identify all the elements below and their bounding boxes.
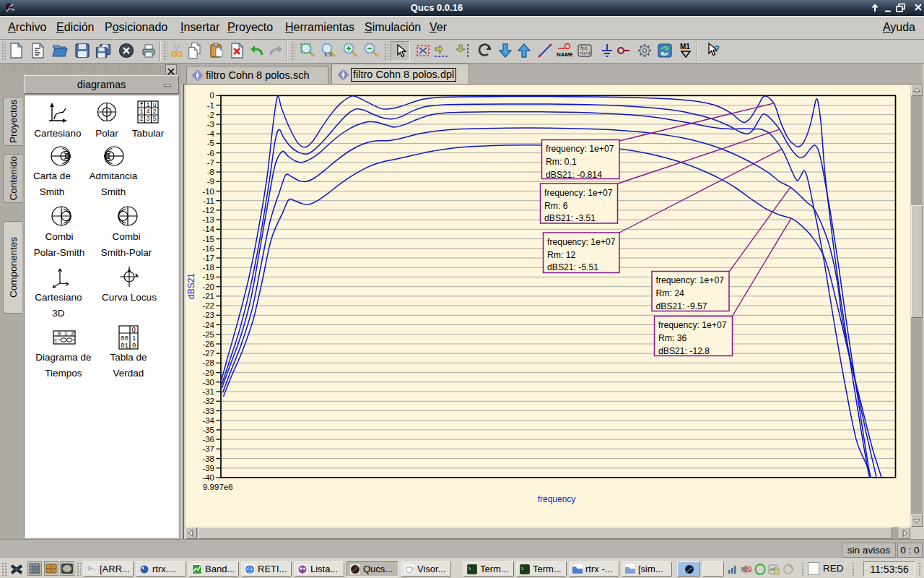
svg-text:-7: -7 bbox=[207, 158, 214, 167]
svg-text:Rm: 6: Rm: 6 bbox=[544, 201, 568, 211]
svg-text:-32: -32 bbox=[202, 397, 214, 405]
svg-text:2: 2 bbox=[152, 108, 156, 116]
svg-text:i: i bbox=[146, 102, 149, 109]
svg-text:-15: -15 bbox=[202, 235, 214, 243]
svg-text:frequency: 1e+07: frequency: 1e+07 bbox=[544, 188, 613, 198]
svg-text:9.997e6: 9.997e6 bbox=[203, 483, 233, 491]
svg-text:dBS21: dBS21 bbox=[186, 273, 196, 299]
svg-text:-10: -10 bbox=[202, 187, 214, 196]
svg-text:-25: -25 bbox=[202, 330, 214, 339]
svg-text:dBS21: -3.51: dBS21: -3.51 bbox=[544, 213, 596, 223]
svg-text:dBS21: -12.8: dBS21: -12.8 bbox=[658, 346, 710, 356]
svg-text:1: 1 bbox=[132, 335, 136, 342]
svg-text:-24: -24 bbox=[202, 321, 214, 329]
svg-text:0 1 2: 0 1 2 bbox=[58, 331, 74, 337]
svg-text:-18: -18 bbox=[202, 263, 214, 272]
svg-text:Rm: 24: Rm: 24 bbox=[656, 288, 685, 298]
svg-text:-6: -6 bbox=[207, 149, 214, 158]
svg-text:C: C bbox=[54, 338, 58, 344]
svg-text:-33: -33 bbox=[202, 407, 214, 415]
svg-text:-35: -35 bbox=[202, 426, 214, 434]
svg-text:5: 5 bbox=[152, 116, 156, 123]
svg-text:-19: -19 bbox=[202, 272, 214, 281]
svg-text:NAME: NAME bbox=[557, 51, 572, 58]
svg-text:M1: M1 bbox=[680, 43, 690, 51]
svg-text:-2: -2 bbox=[207, 111, 214, 119]
svg-text:-21: -21 bbox=[202, 292, 214, 301]
svg-text:?: ? bbox=[714, 43, 720, 54]
svg-text:-13: -13 bbox=[202, 215, 214, 224]
svg-text:-16: -16 bbox=[202, 244, 214, 253]
svg-text:-37: -37 bbox=[202, 444, 214, 453]
svg-text:-11: -11 bbox=[203, 197, 214, 205]
svg-text:Rm: 12: Rm: 12 bbox=[547, 250, 576, 260]
svg-text:-20: -20 bbox=[202, 282, 214, 291]
svg-text:-1: -1 bbox=[207, 101, 214, 110]
svg-text:-34: -34 bbox=[202, 416, 214, 425]
svg-text:2: 2 bbox=[139, 116, 143, 123]
svg-text:01: 01 bbox=[121, 342, 128, 350]
svg-text:-26: -26 bbox=[202, 340, 214, 348]
svg-text:Rm: 0.1: Rm: 0.1 bbox=[546, 157, 577, 167]
svg-text:00: 00 bbox=[121, 335, 128, 342]
svg-text:-40: -40 bbox=[202, 473, 214, 482]
svg-text:-14: -14 bbox=[202, 225, 214, 233]
svg-text:4: 4 bbox=[146, 108, 149, 116]
svg-text:1:1: 1:1 bbox=[324, 51, 333, 58]
svg-text:-31: -31 bbox=[202, 387, 214, 396]
svg-text:0: 0 bbox=[210, 91, 214, 100]
svg-text:frequency: 1e+07: frequency: 1e+07 bbox=[547, 237, 616, 247]
svg-text:Rm: 36: Rm: 36 bbox=[658, 333, 687, 343]
svg-text:-30: -30 bbox=[202, 378, 214, 387]
svg-text:1: 1 bbox=[139, 108, 143, 116]
svg-text:0: 0 bbox=[132, 342, 136, 350]
svg-text:-3: -3 bbox=[207, 120, 214, 129]
svg-text:-36: -36 bbox=[202, 435, 214, 444]
svg-text:-9: -9 bbox=[207, 177, 214, 186]
svg-text:frequency: 1e+07: frequency: 1e+07 bbox=[658, 320, 727, 330]
svg-text:u: u bbox=[152, 102, 156, 109]
svg-text:-8: -8 bbox=[207, 168, 214, 176]
svg-text:3: 3 bbox=[146, 116, 149, 123]
svg-text:dBS21: -9.57: dBS21: -9.57 bbox=[656, 301, 707, 311]
svg-text:=u+4: =u+4 bbox=[580, 51, 590, 56]
svg-text:-17: -17 bbox=[202, 254, 214, 262]
svg-text:-38: -38 bbox=[202, 454, 214, 463]
svg-text:-29: -29 bbox=[202, 368, 214, 377]
svg-text:-22: -22 bbox=[202, 301, 214, 310]
svg-text:-23: -23 bbox=[202, 311, 214, 319]
svg-text:frequency: 1e+07: frequency: 1e+07 bbox=[546, 144, 614, 154]
svg-text:-5: -5 bbox=[207, 139, 214, 147]
svg-text:-27: -27 bbox=[202, 349, 214, 358]
svg-text:dBS21: -0.814: dBS21: -0.814 bbox=[546, 170, 602, 180]
svg-text:frequency: 1e+07: frequency: 1e+07 bbox=[656, 275, 725, 285]
svg-text:-12: -12 bbox=[202, 206, 214, 215]
svg-text:dBS21: -5.51: dBS21: -5.51 bbox=[547, 262, 598, 272]
svg-text:frequency: frequency bbox=[538, 494, 576, 504]
svg-text:-4: -4 bbox=[207, 129, 215, 138]
svg-text:-28: -28 bbox=[202, 358, 214, 367]
svg-text:Q: Q bbox=[132, 327, 136, 334]
svg-text:-39: -39 bbox=[202, 464, 214, 473]
svg-text:f: f bbox=[139, 102, 143, 109]
